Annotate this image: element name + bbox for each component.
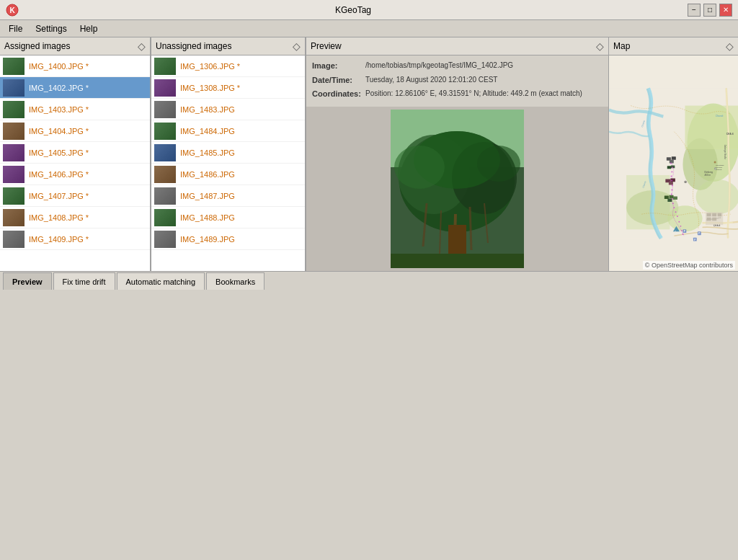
image-filename: IMG_1408.JPG * <box>29 213 89 222</box>
map-pin-button[interactable]: ◇ <box>726 40 734 52</box>
image-filename: IMG_1483.JPG <box>180 105 235 114</box>
unassigned-list-item[interactable]: IMG_1306.JPG * <box>151 55 305 77</box>
svg-point-77 <box>683 234 684 235</box>
right-area: Preview ◇ Image: /home/tobias/tmp/kgeota… <box>306 37 738 271</box>
image-filename: IMG_1404.JPG * <box>29 127 89 135</box>
thumbnail <box>154 187 176 205</box>
assigned-pin-button[interactable]: ◇ <box>138 40 146 52</box>
svg-text:Drache": Drache" <box>716 169 722 171</box>
tab-preview[interactable]: Preview <box>3 272 52 290</box>
svg-text:460 m: 460 m <box>705 174 711 177</box>
image-filename: IMG_1402.JPG * <box>29 84 89 92</box>
datetime-value: Tuesday, 18 August 2020 12:01:20 CEST <box>365 74 497 87</box>
preview-tree-svg <box>391 110 524 268</box>
assigned-list-item[interactable]: IMG_1409.JPG * <box>0 228 150 250</box>
svg-point-24 <box>667 205 702 231</box>
tab-automatic-matching[interactable]: Automatic matching <box>117 272 205 290</box>
svg-text:Einberg: Einberg <box>705 171 713 174</box>
app-logo: K <box>6 4 19 17</box>
preview-metadata: Image: /home/tobias/tmp/kgeotagTest/IMG_… <box>306 55 608 107</box>
maximize-button[interactable]: □ <box>703 4 716 17</box>
tab-bookmarks[interactable]: Bookmarks <box>206 272 264 290</box>
image-filename: IMG_1306.JPG * <box>180 62 240 71</box>
image-filename: IMG_1406.JPG * <box>29 170 89 179</box>
svg-point-70 <box>672 203 674 204</box>
preview-pin-button[interactable]: ◇ <box>596 40 604 52</box>
assigned-list-item[interactable]: IMG_1407.JPG * <box>0 185 150 207</box>
thumbnail <box>3 144 25 161</box>
menu-file[interactable]: File <box>3 22 28 35</box>
preview-section: Preview ◇ Image: /home/tobias/tmp/kgeota… <box>306 37 609 271</box>
unassigned-list-item[interactable]: IMG_1486.JPG <box>151 164 305 185</box>
minimize-button[interactable]: − <box>688 4 701 17</box>
svg-point-40 <box>714 161 716 163</box>
image-value: /home/tobias/tmp/kgeotagTest/IMG_1402.JP… <box>365 60 513 73</box>
svg-text:Chamb: Chamb <box>716 115 724 117</box>
svg-point-66 <box>672 185 673 187</box>
menu-settings[interactable]: Settings <box>30 22 72 35</box>
svg-point-68 <box>671 194 672 195</box>
svg-rect-50 <box>672 156 676 160</box>
unassigned-list-item[interactable]: IMG_1308.JPG * <box>151 77 305 99</box>
unassigned-list-item[interactable]: IMG_1489.JPG <box>151 228 305 250</box>
close-button[interactable]: ✕ <box>719 4 732 17</box>
thumbnail <box>3 79 25 97</box>
unassigned-list-item[interactable]: IMG_1485.JPG <box>151 142 305 164</box>
svg-rect-52 <box>667 166 671 169</box>
menu-help[interactable]: Help <box>74 22 104 35</box>
assigned-images-header: Assigned images ◇ <box>0 37 150 55</box>
svg-point-76 <box>681 230 683 231</box>
thumbnail <box>154 101 176 118</box>
assigned-list-item[interactable]: IMG_1402.JPG * <box>0 77 150 99</box>
svg-point-21 <box>696 179 738 214</box>
preview-image <box>391 110 524 268</box>
image-filename: IMG_1487.JPG <box>180 192 235 200</box>
svg-rect-58 <box>669 195 673 199</box>
svg-rect-55 <box>670 178 675 182</box>
image-path-row: Image: /home/tobias/tmp/kgeotagTest/IMG_… <box>312 60 603 73</box>
unassigned-list-item[interactable]: IMG_1484.JPG <box>151 120 305 142</box>
svg-rect-82 <box>718 213 721 217</box>
svg-point-15 <box>394 146 445 189</box>
thumbnail <box>3 58 25 75</box>
svg-point-16 <box>477 146 520 182</box>
svg-point-62 <box>672 167 673 169</box>
assigned-list-item[interactable]: IMG_1405.JPG * <box>0 142 150 164</box>
assigned-list-item[interactable]: IMG_1400.JPG * <box>0 55 150 77</box>
svg-rect-84 <box>712 218 716 221</box>
unassigned-pin-button[interactable]: ◇ <box>293 40 301 52</box>
tab-fix-time-drift[interactable]: Fix time drift <box>53 272 115 290</box>
unassigned-images-header: Unassigned images ◇ <box>151 37 305 55</box>
thumbnail <box>3 231 25 248</box>
svg-point-65 <box>671 180 672 182</box>
svg-text:⊕: ⊕ <box>684 180 687 184</box>
image-filename: IMG_1489.JPG <box>180 235 235 244</box>
thumbnail <box>154 209 176 226</box>
svg-point-71 <box>674 207 675 208</box>
thumbnail <box>3 123 25 140</box>
assigned-list-item[interactable]: IMG_1404.JPG * <box>0 120 150 142</box>
unassigned-list-item[interactable]: IMG_1487.JPG <box>151 185 305 207</box>
assigned-list-item[interactable]: IMG_1408.JPG * <box>0 207 150 228</box>
svg-line-9 <box>470 207 471 250</box>
unassigned-list-item[interactable]: IMG_1488.JPG <box>151 207 305 228</box>
svg-text:Kunstwerk: Kunstwerk <box>716 164 724 166</box>
map-svg: Chamb Chamb Chamb <box>609 55 738 271</box>
main-area: Assigned images ◇ IMG_1400.JPG *IMG_1402… <box>0 37 738 271</box>
assigned-list-item[interactable]: IMG_1403.JPG * <box>0 99 150 120</box>
unassigned-images-list: IMG_1306.JPG *IMG_1308.JPG *IMG_1483.JPG… <box>151 55 305 271</box>
svg-rect-51 <box>670 160 674 164</box>
unassigned-list-item[interactable]: IMG_1483.JPG <box>151 99 305 120</box>
image-filename: IMG_1407.JPG * <box>29 192 89 200</box>
bottom-tabs: Preview Fix time drift Automatic matchin… <box>0 271 738 291</box>
svg-point-73 <box>677 215 678 217</box>
svg-rect-80 <box>707 213 711 217</box>
thumbnail <box>3 101 25 118</box>
svg-rect-13 <box>391 254 524 268</box>
assigned-images-panel: Assigned images ◇ IMG_1400.JPG *IMG_1402… <box>0 37 151 271</box>
assigned-list-item[interactable]: IMG_1406.JPG * <box>0 164 150 185</box>
map-container[interactable]: Chamb Chamb Chamb <box>609 55 738 271</box>
svg-rect-57 <box>664 196 669 200</box>
svg-point-74 <box>678 221 680 223</box>
map-attribution: © OpenStreetMap contributors <box>643 261 735 270</box>
